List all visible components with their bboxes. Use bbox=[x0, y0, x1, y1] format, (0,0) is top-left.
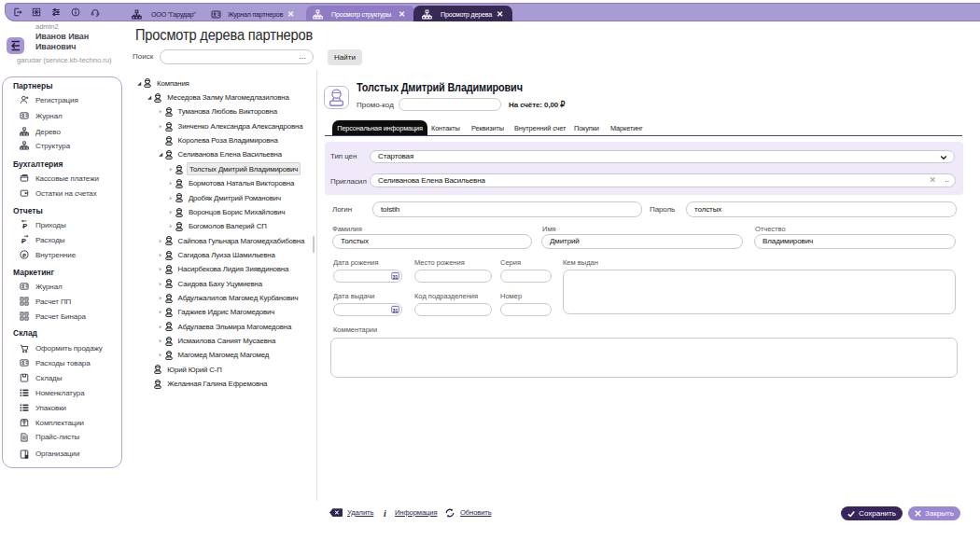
svg-text:31: 31 bbox=[393, 309, 399, 313]
svg-text:P: P bbox=[22, 222, 27, 229]
svg-text:P: P bbox=[22, 253, 26, 258]
svg-text:31: 31 bbox=[393, 275, 399, 280]
svg-text:P: P bbox=[21, 237, 26, 244]
